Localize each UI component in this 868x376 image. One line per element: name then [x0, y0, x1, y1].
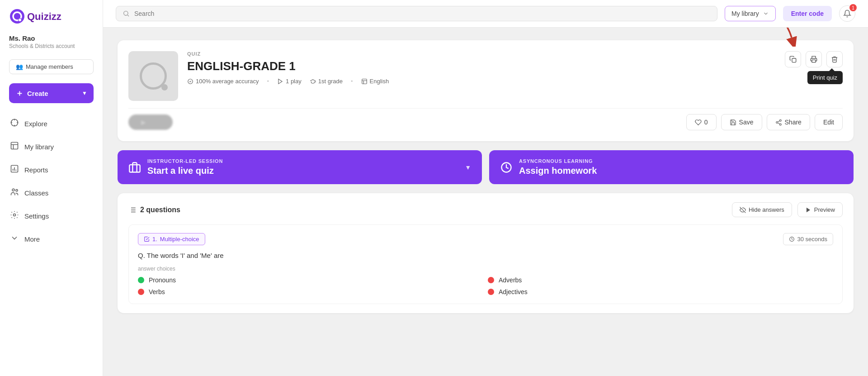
preview-label: Preview — [814, 206, 835, 213]
search-icon — [123, 10, 130, 17]
questions-count: 2 questions — [128, 206, 180, 214]
share-icon — [775, 119, 782, 126]
svg-point-19 — [776, 121, 778, 123]
svg-text:Quizizz: Quizizz — [27, 11, 61, 22]
eye-off-icon — [740, 207, 746, 213]
create-button[interactable]: ＋ Create ▼ — [9, 83, 94, 103]
questions-header: 2 questions Hide answers Preview — [128, 202, 843, 217]
svg-rect-23 — [129, 165, 140, 172]
homework-title: Assign homework — [519, 166, 597, 176]
live-quiz-icon — [128, 161, 141, 174]
sidebar-item-settings[interactable]: Settings — [0, 205, 103, 228]
choice-2-dot — [488, 277, 494, 283]
edit-button[interactable]: Edit — [815, 114, 843, 130]
print-icon — [810, 56, 817, 63]
header: My library Enter code 1 — [103, 0, 868, 28]
bell-icon — [843, 10, 851, 18]
choice-2: Adverbs — [488, 276, 833, 284]
sidebar-item-classes[interactable]: Classes — [0, 181, 103, 205]
manage-members-icon: 👥 — [16, 63, 23, 70]
quiz-title: ENGLISH-GRADE 1 — [187, 59, 776, 73]
user-account: Schools & Districts account — [9, 43, 94, 49]
start-live-quiz-button[interactable]: INSTRUCTOR-LED SESSION Start a live quiz… — [118, 150, 482, 184]
like-count: 0 — [704, 119, 708, 126]
quizizz-logo-svg: Quizizz — [9, 8, 68, 24]
question-type-badge: 1. Multiple-choice — [138, 233, 205, 245]
blurred-play-button: ▶ — [128, 114, 173, 130]
checkbox-icon — [144, 236, 150, 242]
explore-icon — [10, 118, 19, 129]
quiz-type-label: QUIZ — [187, 51, 776, 57]
svg-rect-16 — [812, 60, 816, 62]
svg-point-0 — [10, 9, 24, 24]
svg-point-10 — [14, 214, 16, 216]
share-label: Share — [785, 119, 802, 126]
sidebar-item-my-library[interactable]: My library — [0, 135, 103, 158]
sidebar-item-my-library-label: My library — [24, 143, 54, 151]
grade-icon — [310, 78, 316, 85]
preview-button[interactable]: Preview — [797, 202, 843, 217]
delete-button[interactable] — [826, 51, 843, 67]
user-name: Ms. Rao — [9, 34, 94, 42]
save-button[interactable]: Save — [721, 114, 762, 130]
copy-button[interactable] — [785, 51, 801, 67]
svg-point-9 — [16, 190, 18, 191]
print-button[interactable] — [806, 51, 822, 67]
language-icon — [361, 78, 368, 85]
svg-point-18 — [779, 119, 781, 121]
notification-button[interactable]: 1 — [839, 5, 855, 22]
question-number-label: 1. — [152, 236, 157, 243]
live-quiz-arrow-icon: ▼ — [465, 164, 471, 171]
main-content: My library Enter code 1 QUIZ — [103, 0, 868, 376]
choice-3-text: Verbs — [149, 288, 165, 295]
svg-line-22 — [778, 121, 779, 122]
svg-line-21 — [778, 123, 779, 124]
manage-members-button[interactable]: 👥 Manage members — [9, 59, 94, 74]
question-item-1: 1. Multiple-choice 30 seconds Q. The wor… — [128, 224, 843, 304]
session-buttons-row: INSTRUCTOR-LED SESSION Start a live quiz… — [118, 150, 854, 184]
library-icon — [10, 141, 19, 152]
assign-homework-button[interactable]: ASYNCRONOUS LEARNING Assign homework — [489, 150, 854, 184]
homework-content: ASYNCRONOUS LEARNING Assign homework — [519, 158, 597, 176]
svg-marker-31 — [807, 207, 810, 212]
search-input[interactable] — [134, 10, 711, 17]
dropdown-arrow-icon — [763, 10, 769, 17]
save-icon — [730, 119, 736, 126]
choice-3-dot — [138, 289, 144, 295]
clock-icon — [789, 236, 795, 242]
live-quiz-content: INSTRUCTOR-LED SESSION Start a live quiz — [147, 158, 223, 176]
choice-1: Pronouns — [138, 276, 483, 284]
library-label: My library — [731, 10, 759, 17]
live-quiz-title: Start a live quiz — [147, 166, 223, 176]
list-icon — [128, 206, 137, 214]
sidebar-item-reports[interactable]: Reports — [0, 158, 103, 181]
page-content: QUIZ ENGLISH-GRADE 1 100% average accura… — [103, 28, 868, 376]
hide-answers-button[interactable]: Hide answers — [732, 202, 792, 217]
dot-sep-2: • — [351, 78, 353, 85]
grade-meta: 1st grade — [310, 78, 343, 85]
share-button[interactable]: Share — [767, 114, 810, 130]
choice-2-text: Adverbs — [499, 276, 522, 284]
question-text-1: Q. The words 'I' and 'Me' are — [138, 252, 833, 259]
choices-grid: Pronouns Adverbs Verbs Adjectives — [138, 276, 833, 295]
plays-meta: 1 play — [277, 78, 302, 85]
sidebar-item-reports-label: Reports — [24, 166, 48, 174]
sidebar-item-explore-label: Explore — [24, 120, 47, 128]
create-label: Create — [27, 90, 48, 97]
play-preview-icon — [805, 207, 811, 213]
dot-sep-1: • — [267, 78, 269, 85]
question-1-header: 1. Multiple-choice 30 seconds — [138, 233, 833, 245]
search-box[interactable] — [116, 6, 717, 21]
choice-4-dot — [488, 289, 494, 295]
sidebar-item-explore[interactable]: Explore — [0, 112, 103, 135]
like-button[interactable]: 0 — [686, 114, 717, 130]
heart-icon — [695, 119, 702, 126]
language-meta: English — [361, 78, 389, 85]
library-dropdown[interactable]: My library — [725, 6, 776, 21]
enter-code-button[interactable]: Enter code — [783, 6, 832, 21]
print-tooltip: Print quiz — [807, 71, 843, 84]
logo-area: Quizizz — [0, 0, 103, 31]
manage-members-label: Manage members — [26, 63, 73, 70]
app-logo: Quizizz — [9, 8, 94, 24]
sidebar-item-more[interactable]: More — [0, 228, 103, 251]
